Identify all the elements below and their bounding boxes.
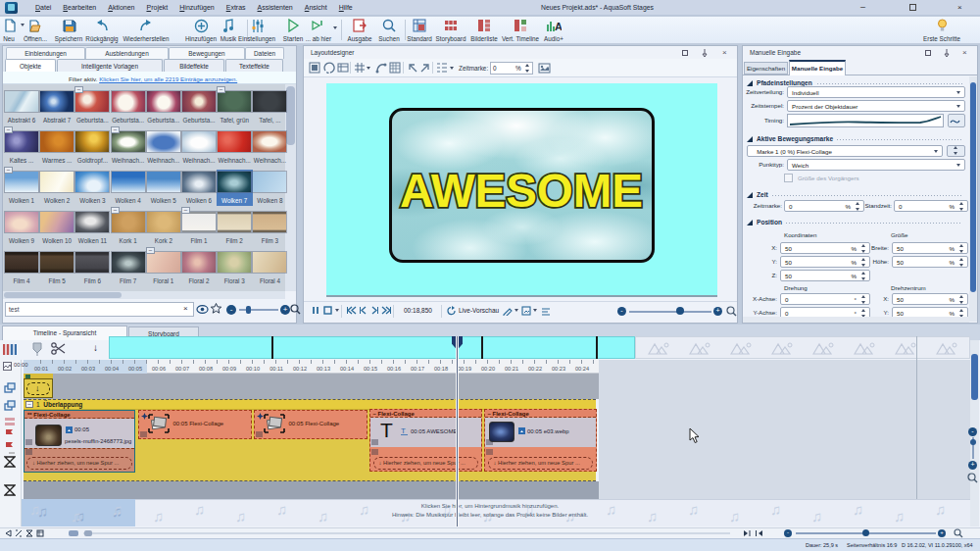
svg-text:T: T bbox=[401, 426, 406, 435]
svg-text:A: A bbox=[555, 21, 562, 32]
